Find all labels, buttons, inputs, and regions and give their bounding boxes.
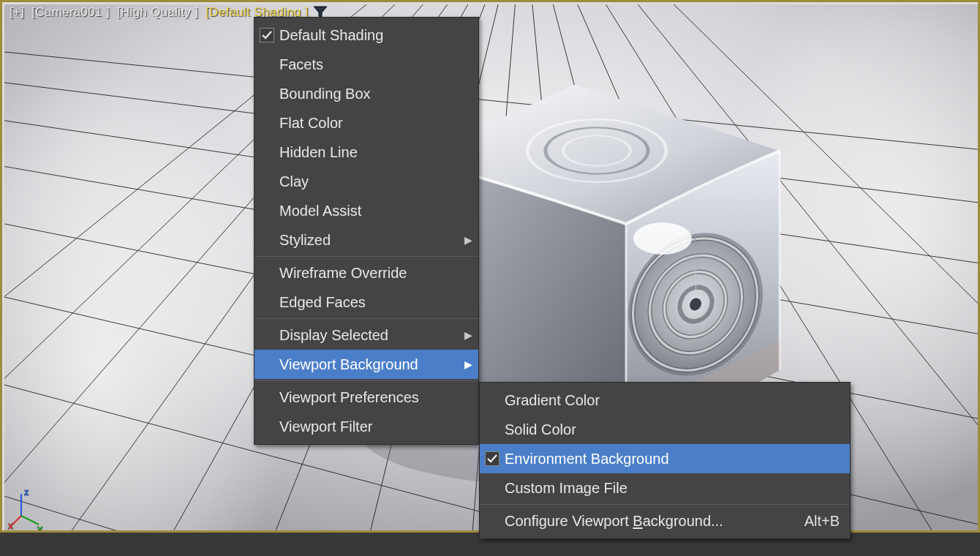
shading-menu-item-12[interactable]: Viewport Preferences: [255, 383, 478, 412]
menu-item-label: Viewport Background: [279, 356, 458, 373]
svg-point-35: [633, 222, 692, 255]
shading-menu-item-0[interactable]: Default Shading: [255, 20, 478, 50]
bg-submenu-item-2[interactable]: Environment Background: [480, 444, 850, 473]
menu-item-label: Configure Viewport Background...: [505, 513, 804, 530]
shading-menu-item-6[interactable]: Model Assist: [255, 196, 478, 225]
viewport-camera-label[interactable]: [Camera001 ]: [31, 5, 110, 20]
shading-menu: Default ShadingFacetsBounding BoxFlat Co…: [254, 17, 479, 445]
menu-item-label: Model Assist: [279, 203, 458, 219]
viewport-background-submenu: Gradient ColorSolid ColorEnvironment Bac…: [479, 382, 851, 539]
menu-item-label: Flat Color: [279, 115, 458, 132]
shading-menu-item-1[interactable]: Facets: [255, 50, 478, 79]
bg-submenu-item-4[interactable]: Configure Viewport Background...Alt+B: [480, 506, 850, 536]
shading-menu-item-11[interactable]: Viewport Background▶: [255, 350, 478, 379]
shading-menu-separator: [255, 318, 478, 319]
menu-item-label: Gradient Color: [505, 392, 829, 409]
checkmark-icon: [255, 28, 279, 42]
svg-text:z: z: [24, 487, 29, 497]
submenu-arrow-icon: ▶: [458, 329, 478, 341]
svg-text:x: x: [8, 520, 14, 531]
shading-menu-item-10[interactable]: Display Selected▶: [255, 320, 478, 350]
shading-menu-item-9[interactable]: Edged Faces: [255, 288, 478, 317]
shading-menu-item-7[interactable]: Stylized▶: [255, 225, 478, 255]
checkmark-icon: [480, 451, 505, 466]
shading-menu-item-13[interactable]: Viewport Filter: [255, 412, 478, 441]
menu-item-shortcut: Alt+B: [804, 513, 850, 530]
shading-menu-separator: [255, 256, 478, 257]
menu-item-label: Bounding Box: [279, 86, 458, 102]
svg-text:y: y: [37, 523, 43, 533]
menu-item-label: Wireframe Override: [279, 265, 458, 282]
viewport-quality-label[interactable]: [High Quality ]: [117, 5, 198, 20]
bg-submenu-item-3[interactable]: Custom Image File: [480, 473, 850, 503]
submenu-arrow-icon: ▶: [458, 358, 478, 370]
shading-menu-item-8[interactable]: Wireframe Override: [255, 258, 478, 288]
menu-item-label: Facets: [279, 56, 458, 73]
shading-menu-item-4[interactable]: Hidden Line: [255, 138, 478, 167]
shading-menu-item-3[interactable]: Flat Color: [255, 108, 478, 138]
menu-item-label: Viewport Preferences: [279, 389, 458, 406]
menu-item-label: Viewport Filter: [279, 418, 458, 435]
viewport-plus-toggle[interactable]: [+]: [10, 5, 24, 20]
menu-item-label: Custom Image File: [505, 480, 829, 497]
bg-submenu-separator: [480, 504, 850, 505]
menu-item-label: Environment Background: [505, 451, 829, 467]
menu-item-label: Clay: [279, 173, 458, 190]
menu-item-label: Display Selected: [279, 327, 458, 344]
menu-item-label: Edged Faces: [279, 294, 458, 311]
menu-item-label: Stylized: [279, 232, 458, 249]
shading-menu-item-5[interactable]: Clay: [255, 167, 478, 196]
submenu-arrow-icon: ▶: [458, 234, 478, 246]
bg-submenu-item-1[interactable]: Solid Color: [480, 415, 850, 444]
menu-item-label: Solid Color: [505, 421, 829, 438]
shading-menu-separator: [255, 380, 478, 381]
shading-menu-item-2[interactable]: Bounding Box: [255, 79, 478, 108]
menu-item-label: Default Shading: [279, 27, 458, 44]
axis-gizmo: z y x: [12, 487, 49, 523]
bg-submenu-item-0[interactable]: Gradient Color: [480, 386, 850, 415]
menu-item-label: Hidden Line: [279, 144, 458, 161]
